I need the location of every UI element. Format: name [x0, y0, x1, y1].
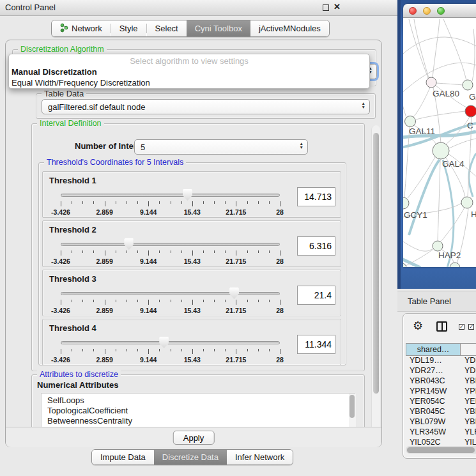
- threshold-3-panel: Threshold 3-3.4262.8599.14415.4321.71528: [42, 270, 341, 316]
- table-row[interactable]: YDL19…YDL1: [406, 356, 476, 366]
- float-window-icon[interactable]: [323, 4, 329, 11]
- network-edge[interactable]: [416, 111, 465, 119]
- table-row[interactable]: YLR345WYLR3: [406, 427, 476, 438]
- tick-label: -3.426: [51, 257, 70, 265]
- threshold-value-field[interactable]: [297, 236, 335, 256]
- column-header-shared[interactable]: shared…: [406, 344, 461, 355]
- network-edge[interactable]: [406, 249, 433, 266]
- node-label: GAL80: [433, 89, 459, 98]
- close-icon[interactable]: ✕: [334, 2, 341, 12]
- table-horizontal-scrollbar[interactable]: [406, 446, 476, 454]
- gear-icon[interactable]: ⚙: [413, 320, 423, 332]
- threshold-value-field[interactable]: [297, 286, 335, 305]
- slider-thumb[interactable]: [124, 238, 134, 250]
- slider-ticks: [61, 349, 280, 355]
- tab-network-label: Network: [72, 24, 102, 33]
- slider-thumb[interactable]: [159, 337, 169, 348]
- slider-track[interactable]: [61, 341, 280, 344]
- tick-label: 2.859: [96, 257, 112, 265]
- network-graph: GAL80GACGAL11GAL4GCY1HHAP2: [403, 18, 476, 267]
- network-node[interactable]: [433, 142, 449, 159]
- tab-infer-network[interactable]: Infer Network: [227, 450, 293, 464]
- network-node[interactable]: [433, 241, 443, 251]
- tick-label: 21.715: [226, 257, 246, 265]
- network-node[interactable]: [403, 263, 406, 267]
- tab-network[interactable]: Network: [52, 20, 111, 36]
- slider-track[interactable]: [61, 292, 280, 295]
- scrollbar-thumb[interactable]: [373, 133, 379, 394]
- network-node[interactable]: [405, 116, 416, 127]
- scrollbar-thumb[interactable]: [407, 447, 475, 453]
- apply-button[interactable]: Apply: [173, 431, 215, 445]
- network-edge[interactable]: [433, 19, 440, 77]
- number-of-intervals-combobox[interactable]: 5 ▲▼: [134, 139, 308, 155]
- threshold-1-slider[interactable]: -3.4262.8599.14415.4321.71528: [61, 190, 280, 217]
- slider-track[interactable]: [61, 194, 280, 197]
- table-row[interactable]: YBL079WYBL0: [406, 417, 476, 427]
- network-node[interactable]: [426, 77, 436, 88]
- network-edge[interactable]: [449, 139, 476, 148]
- dropdown-option-equal-width[interactable]: Equal Width/Frequency Discretization: [9, 78, 369, 89]
- slider-thumb[interactable]: [229, 288, 239, 299]
- list-item[interactable]: SelfLoops: [47, 395, 355, 406]
- list-item[interactable]: TopologicalCoefficient: [47, 406, 355, 416]
- network-edge[interactable]: [413, 88, 430, 117]
- tab-select[interactable]: Select: [147, 20, 187, 36]
- tab-style[interactable]: Style: [111, 20, 146, 36]
- slider-ticks: [61, 300, 280, 305]
- network-edge[interactable]: [472, 29, 475, 81]
- threshold-3-slider[interactable]: -3.4262.8599.14415.4321.71528: [61, 288, 280, 315]
- table-row[interactable]: YER054CYER0: [406, 397, 476, 407]
- split-columns-icon[interactable]: [436, 321, 447, 332]
- minimize-traffic-icon[interactable]: [423, 7, 431, 15]
- network-node[interactable]: [450, 263, 460, 267]
- threshold-4-slider[interactable]: -3.4262.8599.14415.4321.71528: [61, 337, 280, 364]
- network-edge[interactable]: [443, 19, 466, 81]
- node-label: GAL11: [409, 127, 435, 136]
- table-row[interactable]: YBR045CYBR0: [406, 407, 476, 417]
- table-data-group: Table Data galFiltered.sif default node …: [36, 93, 376, 119]
- network-node[interactable]: [461, 197, 473, 208]
- checkbox-icon[interactable]: ✓: [459, 324, 464, 330]
- close-traffic-icon[interactable]: [409, 7, 417, 15]
- network-edge[interactable]: [403, 37, 476, 59]
- tab-impute-data[interactable]: Impute Data: [92, 450, 154, 464]
- network-edge[interactable]: [403, 238, 432, 251]
- network-edge[interactable]: [409, 160, 440, 235]
- network-node[interactable]: [403, 197, 409, 209]
- attributes-scrollbar[interactable]: [349, 394, 356, 432]
- cyni-bottom-tabs: Impute Data Discretize Data Infer Networ…: [91, 449, 293, 465]
- list-item[interactable]: BetweennessCentrality: [47, 416, 355, 426]
- network-edge[interactable]: [403, 75, 406, 118]
- panel-vertical-scrollbar[interactable]: [371, 125, 380, 445]
- tab-jactivemnodules[interactable]: jActiveMNodules: [250, 20, 329, 36]
- threshold-1-panel: Threshold 1-3.4262.8599.14415.4321.71528: [42, 171, 341, 218]
- network-edge[interactable]: [436, 83, 463, 85]
- table-row[interactable]: YBR043CYBR0: [406, 376, 476, 387]
- dropdown-placeholder: Select algorithm to view settings: [9, 56, 369, 67]
- network-edge[interactable]: [409, 19, 428, 78]
- table-row[interactable]: YDR27…YDR2: [406, 366, 476, 376]
- slider-track[interactable]: [61, 243, 280, 246]
- tab-cyni-toolbox[interactable]: Cyni Toolbox: [187, 20, 250, 36]
- table-row[interactable]: YPR145WYPR1: [406, 387, 476, 397]
- network-edge[interactable]: [438, 159, 440, 240]
- dropdown-option-manual[interactable]: Manual Discretization: [9, 67, 369, 78]
- network-node[interactable]: [463, 80, 473, 90]
- network-node[interactable]: [465, 105, 476, 117]
- threshold-2-slider[interactable]: -3.4262.8599.14415.4321.71528: [61, 239, 280, 266]
- zoom-traffic-icon[interactable]: [437, 7, 445, 15]
- cyni-toolbox-panel: Discretization Algorithm ▲▼ Select algor…: [5, 40, 382, 447]
- slider-thumb[interactable]: [183, 189, 192, 201]
- tick-label: 15.43: [184, 307, 201, 314]
- threshold-value-field[interactable]: [297, 187, 335, 206]
- threshold-value-field[interactable]: [297, 335, 335, 354]
- network-titlebar[interactable]: [403, 4, 476, 18]
- tab-discretize-data[interactable]: Discretize Data: [154, 450, 227, 464]
- network-canvas[interactable]: GAL80GACGAL11GAL4GCY1HHAP2: [403, 18, 476, 267]
- network-window: GAL80GACGAL11GAL4GCY1HHAP2: [397, 0, 476, 289]
- checkbox-icon[interactable]: ✓: [468, 324, 474, 330]
- column-header-name[interactable]: na: [461, 344, 476, 355]
- network-edge[interactable]: [414, 19, 429, 78]
- table-data-combobox[interactable]: galFiltered.sif default node ▲▼: [42, 99, 370, 114]
